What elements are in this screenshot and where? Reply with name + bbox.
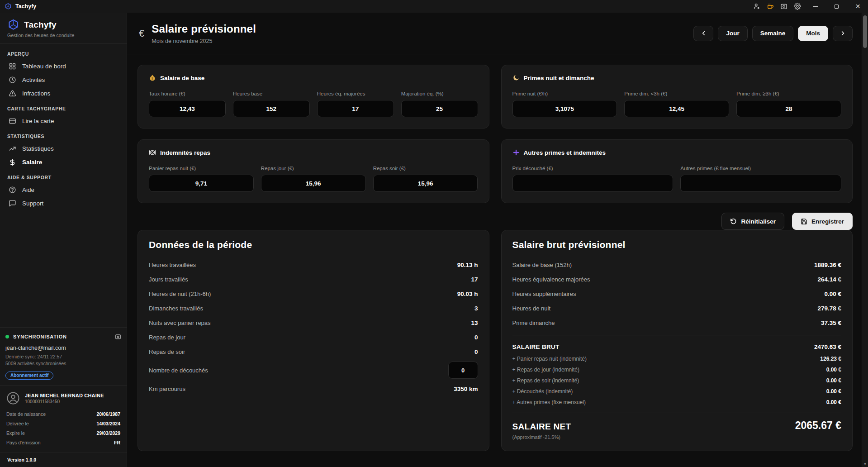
user-card-number: 10000011583450: [25, 399, 104, 404]
close-button[interactable]: ✕: [848, 0, 868, 13]
results-row: Données de la période Heures travaillées…: [138, 230, 853, 451]
prime-dim-3h-input[interactable]: [624, 100, 729, 117]
field: Prix découché (€): [512, 166, 674, 192]
heures-eq-majorees-input[interactable]: [317, 100, 394, 117]
save-button[interactable]: Enregistrer: [792, 213, 853, 230]
field: Prime dim. <3h (€): [624, 91, 729, 117]
prix-decouche-input[interactable]: [512, 175, 674, 192]
autres-primes-fixe-mensuel-input[interactable]: [680, 175, 841, 192]
titlebar: Tachyfy ✕: [0, 0, 868, 13]
period-data-row: Nombre de découchés: [149, 359, 478, 381]
nav-item-label: Aide: [22, 186, 34, 193]
field-label: Prime nuit (€/h): [512, 91, 617, 96]
card-sync-icon[interactable]: [777, 0, 791, 13]
sidebar-item-salaire[interactable]: Salaire: [7, 155, 119, 169]
period-button-semaine[interactable]: Semaine: [752, 26, 794, 41]
sync-title: SYNCHRONISATION: [13, 334, 67, 339]
card-fields: Panier repas nuit (€)Repas jour (€)Repas…: [149, 166, 478, 192]
prime-nuit-h-input[interactable]: [512, 100, 617, 117]
period-buttons: JourSemaineMois: [718, 26, 828, 41]
sidebar-item-activites[interactable]: Activités: [7, 73, 119, 86]
period-controls: JourSemaineMois: [693, 26, 853, 41]
user-icon[interactable]: [750, 0, 764, 13]
salary-addition-label: + Découchés (indemnité): [512, 388, 573, 395]
plus-icon: [512, 149, 520, 156]
period-card-title: Données de la période: [149, 239, 478, 250]
net-salary-value: 2065.67 €: [795, 419, 841, 432]
save-icon: [801, 218, 807, 225]
salary-row: Heures supplémentaires0.00 €: [512, 286, 842, 301]
vertical-scrollbar[interactable]: ▼: [862, 13, 868, 467]
field-label: Majoration éq. (%): [401, 91, 478, 96]
app-title: Tachyfy: [15, 3, 36, 10]
salary-addition-row: + Repas de soir (indemnité)0.00 €: [512, 375, 842, 386]
taux-horaire-input[interactable]: [149, 100, 226, 117]
next-period-button[interactable]: [833, 26, 853, 41]
salary-row-label: Heures équivalence majorées: [512, 276, 590, 283]
field: Repas jour (€): [261, 166, 366, 192]
scrollbar-thumb[interactable]: [863, 15, 867, 48]
sidebar-item-support[interactable]: Support: [7, 196, 119, 210]
salary-row-value: 264.14 €: [817, 276, 841, 283]
repas-soir-input[interactable]: [373, 175, 478, 192]
maximize-button[interactable]: [826, 0, 847, 13]
salary-row-value: 279.78 €: [817, 305, 841, 312]
period-data-value: 3350 km: [454, 386, 478, 392]
field: Autres primes (€ fixe mensuel): [680, 166, 841, 192]
salary-row-label: Heures supplémentaires: [512, 291, 576, 297]
settings-card-salaire-de-base: Salaire de baseTaux horaire (€)Heures ba…: [138, 65, 489, 129]
sidebar-item-tableau-de-bord[interactable]: Tableau de bord: [7, 59, 119, 73]
repas-jour-input[interactable]: [261, 175, 366, 192]
period-data-value: 0: [474, 334, 478, 341]
coffee-icon[interactable]: [764, 0, 777, 13]
gross-salary-label: SALAIRE BRUT: [512, 343, 560, 350]
user-info-value: 14/03/2024: [96, 421, 120, 426]
sync-refresh-icon[interactable]: [115, 334, 121, 340]
sidebar-item-aide[interactable]: Aide: [7, 183, 119, 196]
nav-item-label: Salaire: [22, 159, 42, 166]
field: Panier repas nuit (€): [149, 166, 254, 192]
user-info: Date de naissance20/06/1987Délivrée le14…: [5, 409, 121, 447]
scrollbar-down-arrow[interactable]: ▼: [862, 462, 868, 466]
period-data-row: Repas de soir0: [149, 344, 478, 359]
field: Taux horaire (€): [149, 91, 226, 117]
period-button-mois[interactable]: Mois: [798, 26, 828, 41]
salary-addition-label: + Repas de jour (indemnité): [512, 367, 579, 373]
period-button-jour[interactable]: Jour: [718, 26, 747, 41]
period-data-label: Dimanches travaillés: [149, 305, 203, 312]
avatar-icon: [6, 391, 20, 405]
field-label: Prime dim. ≥3h (€): [736, 91, 841, 96]
sidebar-item-statistiques[interactable]: Statistiques: [7, 142, 119, 155]
heures-base-input[interactable]: [233, 100, 310, 117]
gross-salary-row: SALAIRE BRUT 2470.63 €: [512, 340, 842, 353]
prev-period-button[interactable]: [693, 26, 713, 41]
euro-icon: €: [139, 28, 144, 39]
help-circle-icon: [9, 186, 16, 194]
prime-dim-3h-input[interactable]: [736, 100, 841, 117]
subscription-badge: Abonnement actif: [5, 372, 53, 380]
sidebar-item-lire-la-carte[interactable]: Lire la carte: [7, 114, 119, 128]
field-label: Repas jour (€): [261, 166, 366, 171]
app-version: Version 1.0.0: [5, 453, 121, 467]
period-data-value: 17: [471, 276, 478, 283]
panier-repas-nuit-input[interactable]: [149, 175, 254, 192]
nav-section-title: CARTE TACHYGRAPHE: [7, 106, 119, 111]
user-info-label: Expire le: [6, 430, 25, 436]
sidebar-item-infractions[interactable]: Infractions: [7, 86, 119, 100]
dollar-icon: [9, 158, 16, 166]
money-bag-icon: [149, 74, 156, 81]
gear-icon[interactable]: [791, 0, 804, 13]
reset-button[interactable]: Réinitialiser: [721, 213, 784, 230]
nombre-de-decouches-input[interactable]: [448, 362, 478, 379]
field: Prime nuit (€/h): [512, 91, 617, 117]
period-rows: Heures travaillées90.13 hJours travaillé…: [149, 257, 478, 396]
salary-addition-row: + Autres primes (fixe mensuel)0.00 €: [512, 397, 842, 408]
user-info-value: FR: [114, 440, 120, 445]
salary-addition-row: + Repas de jour (indemnité)0.00 €: [512, 364, 842, 375]
minimize-button[interactable]: [805, 0, 825, 13]
majoration-eq-input[interactable]: [401, 100, 478, 117]
period-data-label: Nuits avec panier repas: [149, 319, 211, 326]
user-info-label: Date de naissance: [6, 411, 46, 417]
user-info-label: Délivrée le: [6, 421, 29, 426]
field: Prime dim. ≥3h (€): [736, 91, 841, 117]
